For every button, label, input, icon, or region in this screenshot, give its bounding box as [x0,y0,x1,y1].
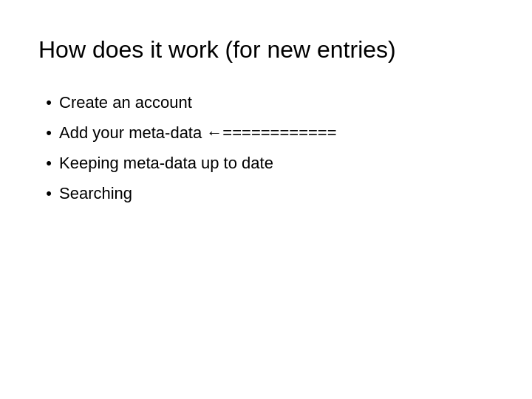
bullet-text-1: Create an account [59,90,494,115]
bullet-dot: • [38,120,59,145]
bullet-list: • Create an account • Add your meta-data… [38,90,494,205]
bullet-text-4: Searching [59,181,494,205]
bullet-text-2: Add your meta-data ←============ [59,120,494,145]
bullet-text-2-after: ============ [222,123,336,142]
bullet-dot: • [38,181,59,205]
slide-title: How does it work (for new entries) [38,35,494,64]
arrow-left-icon: ← [206,123,222,142]
list-item: • Keeping meta-data up to date [38,151,494,175]
bullet-dot: • [38,151,59,175]
slide-container: How does it work (for new entries) • Cre… [0,0,532,399]
bullet-text-3: Keeping meta-data up to date [59,151,494,175]
list-item: • Searching [38,181,494,205]
bullet-dot: • [38,90,59,115]
list-item: • Create an account [38,90,494,115]
bullet-text-2-before: Add your meta-data [59,123,206,142]
list-item: • Add your meta-data ←============ [38,120,494,145]
